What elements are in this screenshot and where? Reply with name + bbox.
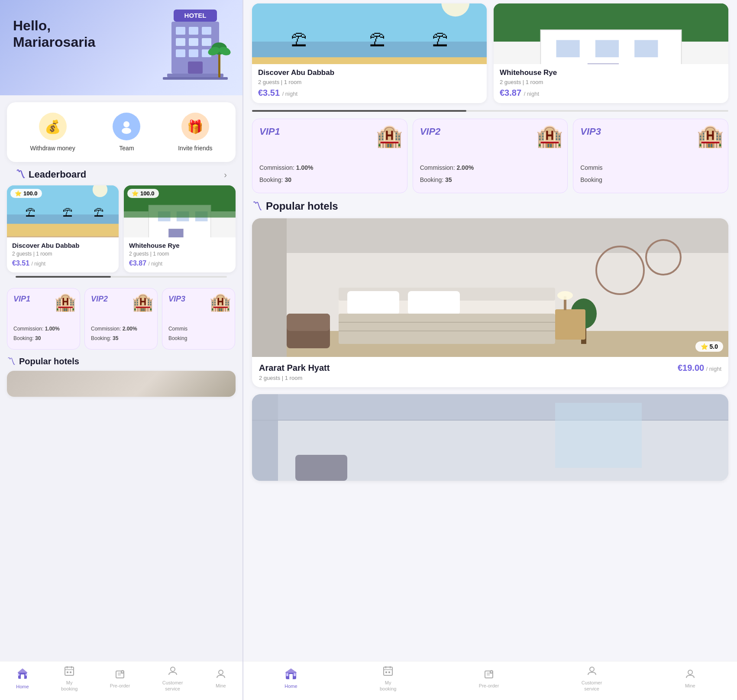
nav-mine-left[interactable]: Mine: [215, 668, 226, 689]
svg-text:⛱: ⛱: [432, 31, 448, 49]
ararat-star-icon: ⭐: [701, 343, 708, 350]
nav-mine-label-left: Mine: [216, 683, 226, 689]
right-hotel-row: ⛱ ⛱ ⛱ Discover Abu Dabbab 2 guests | 1 r…: [252, 3, 728, 108]
svg-rect-108: [388, 671, 390, 673]
svg-rect-66: [556, 40, 580, 57]
right-popular-header: 〽 Popular hotels: [252, 200, 728, 212]
second-popular-card[interactable]: [252, 394, 728, 481]
nav-home-label-left: Home: [16, 684, 29, 690]
team-action[interactable]: Team: [113, 113, 140, 152]
right-hotel-info-2: Whitehouse Rye 2 guests | 1 room €3.87 /…: [494, 64, 728, 98]
svg-rect-73: [252, 218, 287, 357]
left-bottom-nav: Home Mybooking: [0, 661, 242, 700]
room-scene: [252, 218, 728, 357]
right-hotel-card-1[interactable]: ⛱ ⛱ ⛱ Discover Abu Dabbab 2 guests | 1 r…: [252, 3, 487, 103]
quick-actions-panel: 💰 Withdraw money Team 🎁 Invite friends: [7, 102, 236, 162]
leaderboard-more-button[interactable]: ›: [224, 170, 227, 180]
svg-rect-13: [188, 62, 203, 74]
leaderboard-card-1[interactable]: ⭐ 100.0 ⛱ ⛱ ⛱ Discover Abu D: [7, 185, 119, 272]
left-popular-img: [7, 371, 236, 397]
right-vip-info-3: Commis Booking: [580, 162, 721, 186]
right-hotel-price-1: €3.51 / night: [258, 88, 481, 98]
left-vip-card-1[interactable]: VIP1 🏨 Commission: 1.00% Booking: 30: [7, 288, 80, 350]
svg-text:⛱: ⛱: [63, 207, 73, 218]
svg-rect-86: [555, 309, 585, 340]
right-hotel-card-2[interactable]: Whitehouse Rye 2 guests | 1 room €3.87 /…: [494, 3, 728, 103]
ararat-room-img: ⭐ 5.0: [252, 218, 728, 357]
right-vip-info-2: Commission: 2.00% Booking: 35: [420, 162, 561, 186]
hotel-price-1: €3.51 / night: [12, 259, 113, 267]
ararat-name-row: Ararat Park Hyatt €19.00 / night: [259, 363, 721, 373]
svg-rect-92: [252, 394, 728, 420]
svg-rect-35: [168, 229, 183, 237]
right-beach-img: ⛱ ⛱ ⛱: [252, 3, 487, 64]
right-hotel-name-2: Whitehouse Rye: [500, 68, 722, 77]
svg-rect-97: [295, 455, 347, 481]
hotel-card-2-info: Whitehouse Rye 2 guests | 1 room €3.87 /…: [124, 237, 236, 272]
right-preorder-icon: [483, 668, 495, 681]
right-service-icon: [586, 665, 598, 678]
withdraw-action[interactable]: 💰 Withdraw money: [30, 113, 75, 152]
nav-service-label-right: Customerservice: [582, 680, 602, 691]
nav-mine-right[interactable]: Mine: [685, 668, 696, 689]
svg-rect-76: [347, 291, 399, 315]
svg-rect-103: [384, 667, 392, 675]
nav-preorder-left[interactable]: Pre-order: [110, 668, 130, 689]
nav-home-right[interactable]: Home: [284, 668, 297, 689]
left-vip-info-2: Commission: 2.00% Booking: 35: [91, 324, 151, 343]
svg-rect-58: [252, 57, 487, 64]
svg-rect-96: [555, 403, 642, 468]
right-vip-card-2[interactable]: VIP2 🏨 Commission: 2.00% Booking: 35: [413, 119, 568, 193]
right-scroll-bar: [252, 110, 728, 112]
leaderboard-scroll-bar: [16, 276, 227, 278]
left-vip-building-2: 🏨: [132, 292, 154, 312]
left-vip-card-3[interactable]: VIP3 🏨 Commis Booking: [162, 288, 235, 350]
svg-rect-100: [289, 674, 293, 679]
left-popular-card[interactable]: [7, 371, 236, 397]
right-vip-building-3: 🏨: [697, 123, 724, 149]
invite-action[interactable]: 🎁 Invite friends: [178, 113, 212, 152]
left-vip-cards-row: VIP1 🏨 Commission: 1.00% Booking: 30 VIP…: [7, 288, 236, 350]
nav-home-left[interactable]: Home: [16, 668, 29, 690]
hotel-price-2: €3.87 / night: [129, 259, 230, 267]
svg-rect-41: [26, 674, 27, 676]
right-ivy-scene: [494, 3, 728, 64]
svg-point-55: [219, 670, 223, 674]
beach-hotel-image: ⭐ 100.0 ⛱ ⛱ ⛱: [7, 185, 119, 237]
leaderboard-card-2[interactable]: ⭐ 100.0 Whitehouse Rye: [124, 185, 236, 272]
right-vip-card-1[interactable]: VIP1 🏨 Commission: 1.00% Booking: 30: [252, 119, 407, 193]
svg-marker-99: [285, 668, 297, 673]
right-vip-cards-row: VIP1 🏨 Commission: 1.00% Booking: 30 VIP…: [252, 119, 728, 193]
booking-icon: [64, 665, 75, 678]
svg-rect-94: [252, 394, 278, 481]
right-home-building-icon: [285, 668, 297, 682]
right-mine-icon: [685, 668, 696, 681]
left-vip-card-2[interactable]: VIP2 🏨 Commission: 2.00% Booking: 35: [84, 288, 158, 350]
left-popular-title: Popular hotels: [19, 356, 79, 366]
team-icon: [113, 113, 140, 140]
svg-rect-101: [286, 673, 288, 676]
nav-service-right[interactable]: Customerservice: [582, 665, 602, 691]
team-people-icon: [119, 119, 134, 134]
hotel-guests-2: 2 guests | 1 room: [129, 251, 230, 257]
popular-snake-icon: 〽: [7, 356, 16, 366]
svg-point-116: [688, 670, 692, 674]
right-vip-building-2: 🏨: [536, 123, 563, 149]
svg-point-115: [590, 667, 594, 671]
svg-rect-39: [21, 674, 24, 679]
nav-mine-label-right: Mine: [685, 683, 695, 689]
nav-preorder-right[interactable]: Pre-order: [479, 668, 499, 689]
nav-service-left[interactable]: Customerservice: [162, 665, 183, 691]
nav-preorder-label-right: Pre-order: [479, 683, 499, 689]
hotel-guests-1: 2 guests | 1 room: [12, 251, 113, 257]
left-vip-building-3: 🏨: [210, 292, 231, 312]
svg-rect-70: [252, 218, 728, 253]
nav-booking-right[interactable]: Mybooking: [380, 665, 397, 691]
svg-rect-40: [18, 674, 19, 676]
right-hotel-guests-1: 2 guests | 1 room: [258, 79, 481, 85]
ararat-card[interactable]: ⭐ 5.0 Ararat Park Hyatt €19.00 / night 2…: [252, 218, 728, 387]
right-hotel-price-2: €3.87 / night: [500, 88, 722, 98]
right-vip-card-3[interactable]: VIP3 🏨 Commis Booking: [573, 119, 728, 193]
left-vip-info-3: Commis Booking: [168, 324, 229, 343]
nav-booking-left[interactable]: Mybooking: [61, 665, 78, 691]
